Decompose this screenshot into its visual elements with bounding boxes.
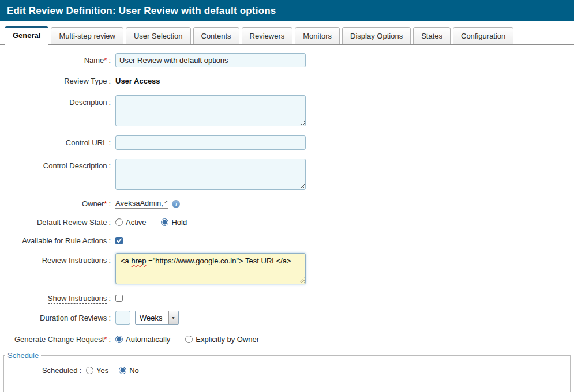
tab-contents[interactable]: Contents bbox=[193, 27, 239, 44]
label-colon: : bbox=[108, 56, 111, 65]
available-for-rule-actions-checkbox[interactable] bbox=[115, 237, 123, 244]
radio-option-hold[interactable]: Hold bbox=[161, 218, 187, 227]
label-colon: : bbox=[108, 161, 111, 170]
show-instructions-checkbox[interactable] bbox=[115, 295, 123, 302]
label-text: Description bbox=[69, 98, 107, 107]
field-row-control-description: Control Description: bbox=[0, 159, 574, 190]
label-text: Control URL bbox=[66, 138, 107, 147]
field-row-show-instructions: Show Instructions: bbox=[0, 293, 574, 303]
scheduled-label: Scheduled: bbox=[4, 365, 86, 375]
review-type-value: User Access bbox=[115, 77, 160, 85]
owner-value: AveksaAdmin, bbox=[115, 199, 163, 208]
review-type-label: Review Type: bbox=[0, 76, 115, 86]
field-row-owner: Owner*: AveksaAdmin,↗ i bbox=[0, 199, 574, 209]
scheduled-no-radio[interactable] bbox=[119, 367, 126, 374]
control-url-input[interactable] bbox=[115, 135, 306, 150]
info-icon[interactable]: i bbox=[172, 200, 180, 208]
name-input[interactable] bbox=[115, 53, 306, 67]
label-colon: : bbox=[108, 294, 111, 303]
label-text: Scheduled bbox=[42, 366, 77, 375]
field-row-review-type: Review Type: User Access bbox=[0, 76, 574, 86]
radio-option-yes[interactable]: Yes bbox=[86, 366, 108, 375]
radio-option-no[interactable]: No bbox=[119, 366, 139, 375]
owner-value-link[interactable]: AveksaAdmin,↗ bbox=[115, 199, 168, 209]
label-text: Owner bbox=[82, 199, 104, 208]
duration-label: Duration of Reviews: bbox=[0, 313, 115, 323]
duration-unit-select[interactable]: Weeks ▼ bbox=[135, 311, 179, 325]
field-row-generate-change-request: Generate Change Request*: Automatically … bbox=[0, 334, 574, 344]
name-label: Name*: bbox=[0, 53, 115, 65]
automatically-radio[interactable] bbox=[115, 336, 123, 343]
show-instructions-label: Show Instructions: bbox=[0, 293, 115, 303]
label-text: Review Instructions bbox=[42, 256, 107, 265]
description-label: Description: bbox=[0, 95, 115, 107]
scheduled-yes-radio[interactable] bbox=[86, 367, 93, 374]
review-instructions-editor[interactable]: <a hrep ="https://www.google.co.in"> Tes… bbox=[115, 253, 306, 284]
field-row-available-for-rule-actions: Available for Rule Actions: bbox=[0, 236, 574, 246]
label-text: Generate Change Request bbox=[14, 335, 104, 344]
tab-states[interactable]: States bbox=[413, 27, 451, 44]
schedule-legend: Schedule bbox=[5, 351, 41, 360]
hold-radio[interactable] bbox=[161, 218, 168, 226]
tab-multi-step-review[interactable]: Multi-step review bbox=[51, 27, 123, 44]
label-text: Control Description bbox=[43, 161, 107, 170]
label-text: Default Review State bbox=[37, 218, 107, 227]
owner-label: Owner*: bbox=[0, 199, 115, 209]
explicitly-by-owner-radio[interactable] bbox=[185, 336, 193, 343]
control-description-textarea[interactable] bbox=[115, 159, 306, 190]
instructions-text: <a bbox=[121, 257, 131, 265]
label-colon: : bbox=[108, 199, 111, 208]
required-asterisk: * bbox=[104, 199, 107, 208]
default-review-state-label: Default Review State: bbox=[0, 217, 115, 227]
control-url-label: Control URL: bbox=[0, 135, 115, 148]
required-asterisk: * bbox=[104, 335, 107, 344]
field-row-control-url: Control URL: bbox=[0, 135, 574, 150]
radio-label: Automatically bbox=[126, 335, 170, 344]
tab-configuration[interactable]: Configuration bbox=[453, 27, 513, 44]
available-for-rule-actions-label: Available for Rule Actions: bbox=[0, 236, 115, 246]
label-colon: : bbox=[108, 138, 111, 147]
label-text: Show Instructions bbox=[48, 294, 107, 304]
required-asterisk: * bbox=[104, 56, 107, 65]
tab-general[interactable]: General bbox=[5, 26, 48, 45]
radio-option-active[interactable]: Active bbox=[115, 218, 146, 227]
radio-option-explicitly-by-owner[interactable]: Explicitly by Owner bbox=[185, 335, 259, 344]
field-row-review-instructions: Review Instructions: <a hrep ="https://w… bbox=[0, 253, 574, 284]
tab-reviewers[interactable]: Reviewers bbox=[242, 27, 293, 44]
form-area: Name*: Review Type: User Access Descript… bbox=[0, 45, 574, 392]
radio-label: Yes bbox=[96, 366, 108, 375]
radio-label: Hold bbox=[171, 218, 187, 227]
duration-value-input[interactable] bbox=[115, 311, 130, 325]
tab-monitors[interactable]: Monitors bbox=[295, 27, 340, 44]
generate-change-request-label: Generate Change Request*: bbox=[0, 334, 115, 344]
field-row-name: Name*: bbox=[0, 53, 574, 67]
dropdown-arrow-icon[interactable]: ▼ bbox=[168, 311, 178, 324]
label-colon: : bbox=[108, 218, 111, 227]
resize-handle-icon[interactable] bbox=[299, 277, 305, 283]
label-colon: : bbox=[79, 366, 81, 375]
selected-unit: Weeks bbox=[136, 311, 168, 324]
misspelled-word: hrep bbox=[131, 257, 146, 265]
active-radio[interactable] bbox=[115, 218, 123, 226]
label-text: Review Type bbox=[64, 77, 107, 85]
field-row-duration: Duration of Reviews: Weeks ▼ bbox=[0, 311, 574, 325]
field-row-scheduled: Scheduled: Yes No bbox=[4, 365, 570, 375]
label-colon: : bbox=[108, 314, 111, 322]
radio-option-automatically[interactable]: Automatically bbox=[115, 335, 170, 344]
tab-user-selection[interactable]: User Selection bbox=[126, 27, 191, 44]
field-row-default-review-state: Default Review State: Active Hold bbox=[0, 217, 574, 227]
label-colon: : bbox=[108, 256, 111, 265]
radio-label: Active bbox=[126, 218, 146, 227]
label-text: Name bbox=[84, 56, 104, 65]
instructions-text: ="https://www.google.co.in"> Test URL</a… bbox=[146, 257, 291, 265]
description-textarea[interactable] bbox=[115, 95, 306, 126]
label-colon: : bbox=[108, 335, 111, 344]
label-text: Duration of Reviews bbox=[40, 314, 107, 322]
label-colon: : bbox=[108, 98, 111, 107]
page-title: Edit Review Definition: User Review with… bbox=[7, 5, 276, 17]
schedule-section: Schedule Scheduled: Yes No bbox=[3, 351, 571, 392]
tab-display-options[interactable]: Display Options bbox=[342, 27, 411, 44]
text-caret bbox=[292, 257, 292, 265]
field-row-description: Description: bbox=[0, 95, 574, 126]
open-selector-arrow-icon: ↗ bbox=[164, 199, 168, 205]
